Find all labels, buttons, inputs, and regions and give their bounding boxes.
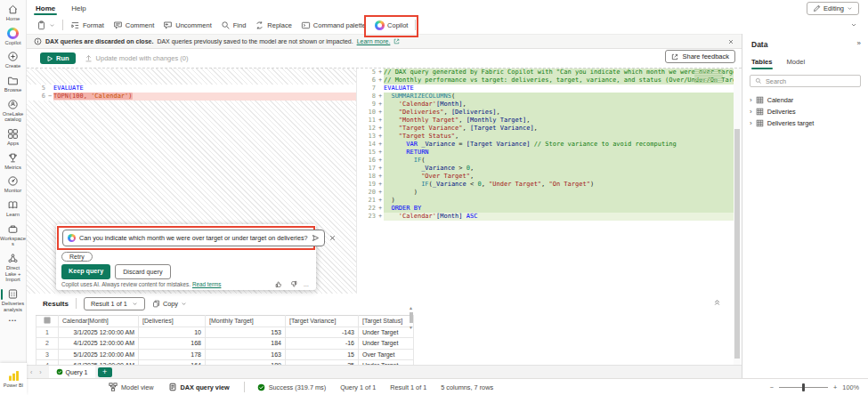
zoom-out-button[interactable]: −	[770, 383, 774, 391]
zoom-in-button[interactable]: +	[833, 383, 837, 391]
banner-close-icon[interactable]	[727, 38, 734, 45]
chevron-right-icon: ›	[750, 108, 752, 116]
copilot-disclaimer: Copilot uses AI. Always review content f…	[61, 281, 191, 287]
sidebar-item-monitor[interactable]: Monitor	[0, 175, 27, 194]
status-result-count: Result 1 of 1	[390, 383, 426, 391]
sidebar-item-learn[interactable]: Learn	[0, 199, 27, 218]
find-icon	[221, 20, 231, 30]
learn-more-link[interactable]: Learn more.	[357, 38, 391, 44]
table-tree-item-deliveries[interactable]: ›Deliveries	[742, 106, 868, 117]
result-selector-dropdown[interactable]: Result 1 of 1	[84, 297, 145, 310]
code-line: 12+ "Target Variance", [Target Variance]…	[357, 125, 734, 133]
column-header: [Target Status]	[359, 316, 414, 327]
sidebar-item-label: Workspaces	[0, 236, 26, 247]
sidebar-item-more[interactable]: •••	[0, 318, 27, 323]
external-link-icon	[393, 38, 400, 44]
toolbar-button-uncomment[interactable]: Uncomment	[158, 19, 215, 32]
toolbar-button-command-palette[interactable]: Command palette	[296, 19, 370, 32]
thumbs-up-icon[interactable]	[275, 280, 283, 288]
collapse-pane-icon[interactable]: »	[857, 39, 861, 47]
diff-mark: −	[46, 93, 53, 101]
code-line: 14+ VAR _Variance = [Target Variance] //…	[357, 141, 734, 149]
sidebar-item-create[interactable]: Create	[0, 51, 27, 69]
toolbar-button-find[interactable]: Find	[216, 19, 251, 32]
zoom-slider-thumb[interactable]	[802, 383, 805, 391]
table-tree-item-deliveries-target[interactable]: ›Deliveries target	[742, 117, 868, 129]
dax-query-view-button[interactable]: DAX query view	[168, 383, 230, 391]
code-line: 19+ IF(_Variance < 0, "Under Target", "O…	[357, 181, 734, 189]
toolbar-button-comment[interactable]: Comment	[109, 19, 159, 32]
sidebar-item-metrics[interactable]: Metrics	[0, 152, 27, 171]
sidebar-item-onelake-catalog[interactable]: OneLake catalog	[0, 99, 27, 123]
sidebar-item-home[interactable]: Home	[0, 4, 27, 22]
browse-icon	[7, 75, 19, 86]
ribbon-tab-help[interactable]: Help	[71, 4, 85, 12]
toolbar-button-format[interactable]: Format	[66, 19, 109, 32]
discard-query-button[interactable]: Discard query	[115, 264, 170, 279]
table-row[interactable]: 13/1/2025 12:00:00 AM10153-143Under Targ…	[37, 326, 414, 338]
sidebar-item-apps[interactable]: Apps	[0, 128, 27, 147]
results-table[interactable]: Calendar[Month][Deliveries][Monthly Targ…	[36, 315, 414, 365]
run-button[interactable]: Run	[40, 52, 76, 64]
table-cell: 153	[206, 326, 286, 338]
thumbs-down-icon[interactable]	[289, 280, 297, 288]
data-pane-tab-model[interactable]: Model	[787, 58, 806, 66]
sidebar-item-copilot[interactable]: Copilot	[0, 28, 27, 46]
data-search-box[interactable]: Search	[750, 75, 861, 87]
tab-scroll-arrows[interactable]: ‹ ›	[30, 369, 45, 375]
code-text: // DAX query generated by Fabric Copilot…	[384, 69, 734, 77]
editor-minimap[interactable]	[694, 69, 723, 83]
code-text: )	[384, 189, 734, 197]
toolbar-button-copilot[interactable]: Copilot	[370, 19, 412, 32]
table-tree-item-calendar[interactable]: ›Calendar	[742, 94, 868, 106]
results-title: Results	[43, 300, 69, 308]
send-icon[interactable]	[312, 234, 320, 242]
item-icon	[7, 288, 19, 300]
add-query-button[interactable]: +	[98, 367, 112, 377]
read-terms-link[interactable]: Read terms	[192, 281, 222, 287]
code-line: 5EVALUATE	[27, 85, 356, 93]
comment-icon	[113, 20, 123, 30]
collapse-results-icon[interactable]	[713, 298, 721, 306]
scroll-thumb[interactable]	[734, 129, 740, 359]
table-row[interactable]: 24/1/2025 12:00:00 AM168184-16Under Targ…	[37, 338, 414, 350]
learn-icon	[7, 199, 19, 211]
update-model-button[interactable]: Update model with changes (0)	[85, 54, 189, 62]
replace-icon	[255, 20, 264, 30]
model-view-button[interactable]: Model view	[109, 383, 154, 391]
editing-mode-button[interactable]: Editing	[807, 2, 859, 15]
table-row[interactable]: 35/1/2025 12:00:00 AM17816315Over Target	[37, 349, 414, 360]
code-text: "Over Target",	[384, 173, 734, 181]
more-options-icon[interactable]: …	[304, 281, 309, 287]
copy-button[interactable]: Copy	[152, 300, 187, 308]
sidebar-item-deliveries-analysis[interactable]: Deliveries analysis	[0, 288, 27, 312]
editor-vertical-scrollbar[interactable]	[734, 69, 741, 365]
retry-button[interactable]: Retry	[61, 252, 93, 262]
run-label: Run	[56, 54, 69, 62]
data-pane-tab-tables[interactable]: Tables	[751, 58, 773, 66]
close-icon[interactable]	[329, 234, 337, 242]
toolbar-button-clipboard[interactable]	[32, 19, 60, 32]
sidebar-item-direct-lake-import[interactable]: Direct Lake + Import	[0, 253, 27, 283]
share-feedback-label: Share feedback	[682, 52, 729, 60]
code-line: 15+ RETURN	[357, 149, 734, 157]
keep-query-button[interactable]: Keep query	[61, 264, 110, 279]
scroll-thumb[interactable]	[410, 312, 413, 323]
sidebar-item-browse[interactable]: Browse	[0, 75, 27, 93]
table-cell: Under Target	[359, 326, 414, 338]
copilot-prompt-input[interactable]: Can you indicate which month we were ove…	[62, 230, 325, 246]
table-cell: 163	[206, 349, 286, 360]
code-text: // Monthly performance vs target: delive…	[384, 77, 734, 85]
table-vertical-scrollbar[interactable]: ▲ ▼	[408, 305, 414, 343]
sidebar-item-workspaces[interactable]: Workspaces	[0, 223, 27, 247]
diff-pane-modified[interactable]: 5+// DAX query generated by Fabric Copil…	[356, 69, 734, 294]
collapse-ribbon-icon[interactable]	[850, 21, 857, 28]
toolbar-button-replace[interactable]: Replace	[250, 19, 296, 32]
row-number-cell: 3	[37, 349, 59, 360]
share-feedback-button[interactable]: Share feedback	[665, 50, 735, 63]
tab-query-1[interactable]: Query 1	[49, 366, 95, 379]
line-number: 5	[357, 69, 377, 77]
zoom-slider[interactable]	[779, 387, 828, 388]
ribbon-tab-home[interactable]: Home	[36, 4, 55, 12]
code-text: IF(	[384, 157, 734, 165]
